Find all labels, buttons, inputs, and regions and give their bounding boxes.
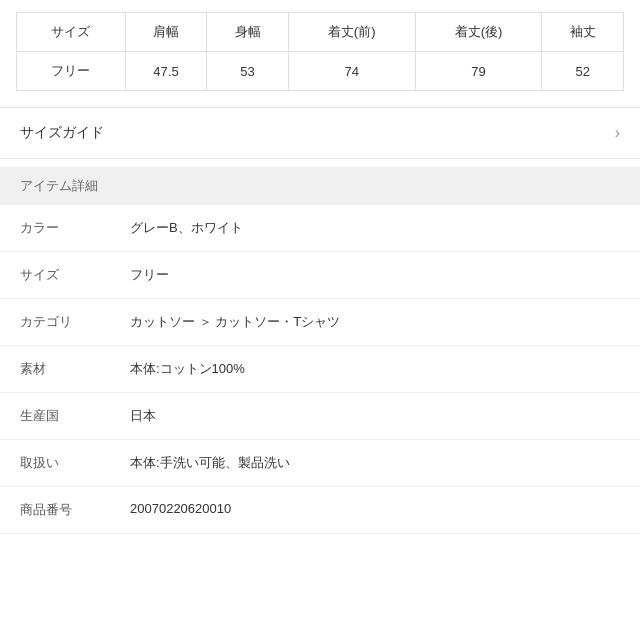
detail-label: 取扱い bbox=[20, 454, 130, 472]
table-header-cell: サイズ bbox=[17, 13, 126, 52]
size-guide-row[interactable]: サイズガイド › bbox=[0, 107, 640, 159]
detail-label: カテゴリ bbox=[20, 313, 130, 331]
detail-label: 素材 bbox=[20, 360, 130, 378]
table-header-cell: 袖丈 bbox=[542, 13, 624, 52]
size-table-wrapper: サイズ肩幅身幅着丈(前)着丈(後)袖丈 フリー47.553747952 bbox=[0, 0, 640, 107]
detail-value: 本体:コットン100% bbox=[130, 360, 620, 378]
detail-value: 日本 bbox=[130, 407, 620, 425]
detail-value: フリー bbox=[130, 266, 620, 284]
table-header-cell: 身幅 bbox=[207, 13, 289, 52]
detail-value: 本体:手洗い可能、製品洗い bbox=[130, 454, 620, 472]
item-details-title: アイテム詳細 bbox=[20, 178, 98, 193]
table-header-cell: 着丈(前) bbox=[288, 13, 415, 52]
detail-label: サイズ bbox=[20, 266, 130, 284]
table-cell: 74 bbox=[288, 52, 415, 91]
main-container: サイズ肩幅身幅着丈(前)着丈(後)袖丈 フリー47.553747952 サイズガ… bbox=[0, 0, 640, 534]
detail-label: カラー bbox=[20, 219, 130, 237]
detail-value: カットソー ＞ カットソー・Tシャツ bbox=[130, 313, 620, 331]
detail-label: 生産国 bbox=[20, 407, 130, 425]
chevron-right-icon: › bbox=[615, 124, 620, 142]
detail-label: 商品番号 bbox=[20, 501, 130, 519]
detail-row: 商品番号20070220620010 bbox=[0, 487, 640, 534]
table-header-cell: 着丈(後) bbox=[415, 13, 542, 52]
detail-row: カラーグレーB、ホワイト bbox=[0, 205, 640, 252]
detail-value: 20070220620010 bbox=[130, 501, 620, 516]
detail-row: 取扱い本体:手洗い可能、製品洗い bbox=[0, 440, 640, 487]
item-details-header: アイテム詳細 bbox=[0, 167, 640, 205]
table-cell: フリー bbox=[17, 52, 126, 91]
detail-value: グレーB、ホワイト bbox=[130, 219, 620, 237]
table-cell: 79 bbox=[415, 52, 542, 91]
detail-row: カテゴリカットソー ＞ カットソー・Tシャツ bbox=[0, 299, 640, 346]
table-header-cell: 肩幅 bbox=[125, 13, 207, 52]
size-guide-label: サイズガイド bbox=[20, 124, 104, 142]
table-cell: 52 bbox=[542, 52, 624, 91]
detail-row: サイズフリー bbox=[0, 252, 640, 299]
detail-row: 生産国日本 bbox=[0, 393, 640, 440]
table-cell: 47.5 bbox=[125, 52, 207, 91]
table-row: フリー47.553747952 bbox=[17, 52, 624, 91]
detail-rows-container: カラーグレーB、ホワイトサイズフリーカテゴリカットソー ＞ カットソー・Tシャツ… bbox=[0, 205, 640, 534]
table-cell: 53 bbox=[207, 52, 289, 91]
size-table: サイズ肩幅身幅着丈(前)着丈(後)袖丈 フリー47.553747952 bbox=[16, 12, 624, 91]
detail-row: 素材本体:コットン100% bbox=[0, 346, 640, 393]
